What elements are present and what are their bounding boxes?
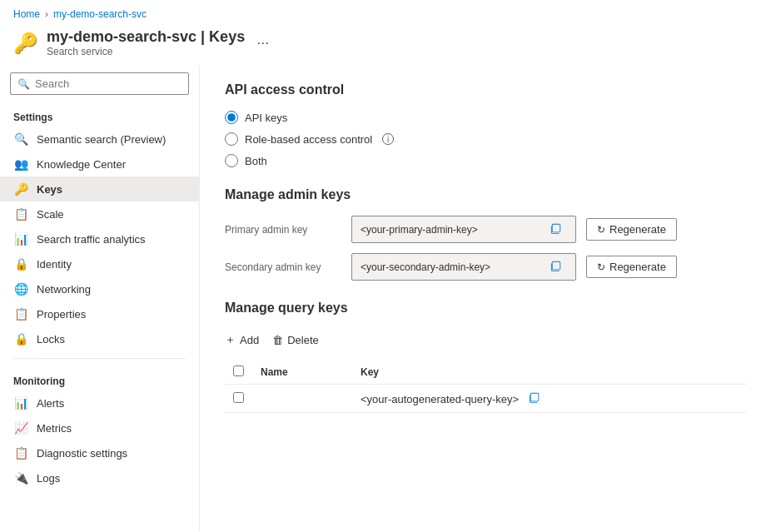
radio-option-rbac[interactable]: Role-based access control i xyxy=(225,132,746,146)
sidebar-item-search-traffic-analytics[interactable]: 📊 Search traffic analytics xyxy=(0,226,199,251)
sidebar-item-label: Search traffic analytics xyxy=(37,233,146,246)
sidebar-item-logs[interactable]: 🔌 Logs xyxy=(0,465,199,490)
main-layout: 🔍 Settings 🔍 Semantic search (Preview) 👥… xyxy=(0,66,771,531)
query-keys-table: Name Key <your-autogenerated-query-key> xyxy=(225,360,746,413)
knowledge-center-icon: 👥 xyxy=(13,157,28,171)
breadcrumb: Home › my-demo-search-svc xyxy=(0,0,771,25)
sidebar-item-diagnostic-settings[interactable]: 📋 Diagnostic settings xyxy=(0,440,199,465)
diagnostic-icon: 📋 xyxy=(13,446,28,460)
header-checkbox-cell xyxy=(225,360,252,385)
search-icon: 🔍 xyxy=(17,78,30,90)
monitoring-section-label: Monitoring xyxy=(0,365,199,390)
admin-keys-title: Manage admin keys xyxy=(225,187,746,202)
sidebar-item-label: Knowledge Center xyxy=(37,158,126,171)
col-header-name: Name xyxy=(252,360,352,385)
sidebar-item-label: Metrics xyxy=(37,422,72,435)
primary-key-copy-button[interactable] xyxy=(545,221,567,238)
identity-icon: 🔒 xyxy=(13,257,28,271)
radio-rbac[interactable] xyxy=(225,132,238,146)
radio-rbac-label: Role-based access control xyxy=(245,133,372,146)
breadcrumb-service[interactable]: my-demo-search-svc xyxy=(53,8,147,20)
query-table-body: <your-autogenerated-query-key> xyxy=(225,385,746,413)
primary-key-regenerate-button[interactable]: ↻ Regenerate xyxy=(586,218,677,241)
networking-icon: 🌐 xyxy=(13,282,28,296)
sidebar-search-box[interactable]: 🔍 xyxy=(10,72,189,95)
add-icon: ＋ xyxy=(225,332,236,347)
page-title: my-demo-search-svc | Keys xyxy=(47,28,245,46)
main-content: API access control API keys Role-based a… xyxy=(200,66,771,531)
breadcrumb-home[interactable]: Home xyxy=(13,8,40,20)
row-checkbox[interactable] xyxy=(233,392,244,403)
sidebar-item-label: Identity xyxy=(37,258,72,271)
properties-icon: 📋 xyxy=(13,307,28,321)
sidebar-item-label: Keys xyxy=(37,183,62,196)
sidebar-item-knowledge-center[interactable]: 👥 Knowledge Center xyxy=(0,152,199,177)
locks-icon: 🔒 xyxy=(13,332,28,346)
query-key-value: <your-autogenerated-query-key> xyxy=(361,393,519,405)
sidebar-item-keys[interactable]: 🔑 Keys xyxy=(0,177,199,201)
sidebar-item-label: Diagnostic settings xyxy=(37,447,127,460)
service-subtitle: Search service xyxy=(47,46,245,57)
query-table-header: Name Key xyxy=(225,360,746,385)
header-text: my-demo-search-svc | Keys Search service xyxy=(47,28,245,57)
sidebar-item-semantic-search[interactable]: 🔍 Semantic search (Preview) xyxy=(0,127,199,152)
sidebar-item-label: Networking xyxy=(37,283,91,296)
secondary-key-regenerate-button[interactable]: ↻ Regenerate xyxy=(586,256,677,278)
sidebar: 🔍 Settings 🔍 Semantic search (Preview) 👥… xyxy=(0,66,200,531)
regenerate-icon-2: ↻ xyxy=(597,261,605,273)
page-header: 🔑 my-demo-search-svc | Keys Search servi… xyxy=(0,25,771,66)
sidebar-item-networking[interactable]: 🌐 Networking xyxy=(0,276,199,301)
admin-keys-section: Manage admin keys Primary admin key <you… xyxy=(225,187,746,281)
alerts-icon: 📊 xyxy=(13,396,28,410)
select-all-checkbox[interactable] xyxy=(233,365,244,376)
radio-option-api-keys[interactable]: API keys xyxy=(225,111,746,124)
regenerate-icon: ↻ xyxy=(597,224,605,236)
logs-icon: 🔌 xyxy=(13,471,28,485)
secondary-key-label: Secondary admin key xyxy=(225,261,341,273)
settings-section-label: Settings xyxy=(0,102,199,127)
query-keys-title: Manage query keys xyxy=(225,301,746,316)
sidebar-item-scale[interactable]: 📋 Scale xyxy=(0,201,199,226)
sidebar-divider xyxy=(13,358,186,359)
delete-label: Delete xyxy=(287,334,319,346)
col-header-key: Key xyxy=(352,360,746,385)
more-options-button[interactable]: ··· xyxy=(256,34,269,52)
service-icon: 🔑 xyxy=(13,32,38,55)
primary-key-box: <your-primary-admin-key> xyxy=(351,216,576,243)
query-keys-section: Manage query keys ＋ Add 🗑 Delete xyxy=(225,301,746,413)
api-access-control-title: API access control xyxy=(225,82,746,97)
add-query-key-button[interactable]: ＋ Add xyxy=(225,329,259,351)
radio-api-keys[interactable] xyxy=(225,111,238,124)
sidebar-item-metrics[interactable]: 📈 Metrics xyxy=(0,415,199,440)
row-checkbox-cell xyxy=(225,385,252,413)
delete-icon: 🗑 xyxy=(272,334,283,346)
secondary-key-row: Secondary admin key <your-secondary-admi… xyxy=(225,253,746,281)
sidebar-item-label: Logs xyxy=(37,472,60,485)
breadcrumb-separator: › xyxy=(45,8,48,20)
analytics-icon: 📊 xyxy=(13,232,28,246)
sidebar-item-locks[interactable]: 🔒 Locks xyxy=(0,326,199,351)
sidebar-item-label: Locks xyxy=(37,333,65,346)
query-key-copy-button[interactable] xyxy=(529,391,540,405)
rbac-info-icon[interactable]: i xyxy=(382,133,394,145)
radio-both[interactable] xyxy=(225,154,238,167)
keys-icon: 🔑 xyxy=(13,182,28,196)
sidebar-item-properties[interactable]: 📋 Properties xyxy=(0,301,199,326)
semantic-search-icon: 🔍 xyxy=(13,132,28,146)
secondary-key-box: <your-secondary-admin-key> xyxy=(351,253,576,281)
query-actions-bar: ＋ Add 🗑 Delete xyxy=(225,329,746,351)
sidebar-item-label: Properties xyxy=(37,308,86,321)
primary-key-label: Primary admin key xyxy=(225,224,341,236)
search-input[interactable] xyxy=(35,77,182,90)
row-key: <your-autogenerated-query-key> xyxy=(352,385,746,413)
radio-option-both[interactable]: Both xyxy=(225,154,746,167)
sidebar-item-alerts[interactable]: 📊 Alerts xyxy=(0,390,199,415)
sidebar-item-identity[interactable]: 🔒 Identity xyxy=(0,251,199,276)
delete-query-key-button[interactable]: 🗑 Delete xyxy=(272,331,319,350)
api-access-radio-group: API keys Role-based access control i Bot… xyxy=(225,111,746,167)
scale-icon: 📋 xyxy=(13,207,28,221)
secondary-key-copy-button[interactable] xyxy=(545,258,567,276)
secondary-key-value: <your-secondary-admin-key> xyxy=(361,261,545,273)
metrics-icon: 📈 xyxy=(13,421,28,435)
sidebar-item-label: Scale xyxy=(37,208,64,221)
